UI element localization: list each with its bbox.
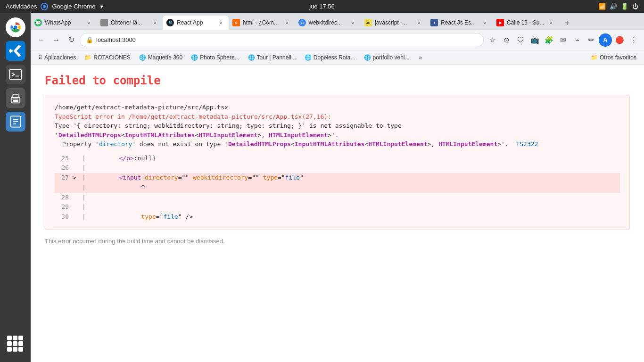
code-line-25: 25 | </p>:null} [55,154,620,164]
battery-icon: 🔋 [621,3,628,10]
tab-html-close[interactable]: × [283,19,291,26]
tab-javascript-close[interactable]: × [415,19,423,26]
bookmark-tour[interactable]: 🌐 Tour | Pannell... [244,53,300,62]
tab-html[interactable]: S html - ¿Cóm... × [229,16,295,30]
tab-bar: 💬 WhatsApp × Obtener la... × ⚛ React App… [31,13,644,30]
tab-webkit-close[interactable]: × [349,19,357,26]
error-ts-error-line: TypeScript error in /home/gett/extract-m… [55,112,620,122]
tab-react[interactable]: ⚛ React App × [163,16,229,30]
tab-obtener-close[interactable]: × [151,19,159,26]
bookmarks-bar: ⠿ Aplicaciones 📁 ROTACIONES 🌐 Maquette 3… [31,50,644,65]
tab-javascript[interactable]: JS javascript -... × [361,16,427,30]
line-num-27: 27 [55,173,69,183]
tab-reactjs-close[interactable]: × [481,19,489,26]
code-line-26: 26 | [55,163,620,173]
code-line-27: 27 > | <input directory="" webkitdirecto… [55,173,620,183]
tab-react-label: React App [177,19,215,26]
maquette-icon: 🌐 [139,54,146,61]
bookmark-photosphere[interactable]: 🌐 Photo Sphere... [187,53,243,62]
address-bar[interactable]: 🔒 localhost:3000 [80,33,484,47]
tab-reactjs[interactable]: f React Js Es... × [427,16,493,30]
line-arrow-25 [73,154,82,164]
extension2-button[interactable]: ⌁ [570,33,584,47]
extension3-button[interactable]: ✏ [585,33,598,47]
nav-bar: ← → ↻ 🔒 localhost:3000 ☆ ⊙ 🛡 📺 🧩 ✉ ⌁ ✏ A… [31,30,644,50]
code-line-28: 28 | [55,193,620,203]
cast-button[interactable]: 📺 [528,33,541,47]
tab-reactjs-favicon: f [430,19,438,26]
activities-label[interactable]: Actividades [6,3,37,10]
bookmark-maquette[interactable]: 🌐 Maquette 360 [135,53,186,62]
code-block: 25 | </p>:null} 26 | 27 > | <i [55,154,620,222]
chrome-icon [41,3,48,10]
svg-rect-7 [9,70,21,80]
maquette-label: Maquette 360 [148,54,182,61]
more-button[interactable]: ⋮ [627,33,640,47]
page-content: Failed to compile /home/gett/extract-met… [31,65,644,362]
tour-icon: 🌐 [248,54,255,61]
nav-actions: ☆ ⊙ 🛡 📺 🧩 ✉ ⌁ ✏ A 🔴 ⋮ [486,33,640,47]
bookmark-portfolio[interactable]: 🌐 portfolio vehi... [360,53,413,62]
code-caret: ^ [90,183,145,193]
tab-whatsapp[interactable]: 💬 WhatsApp × [31,16,97,30]
tab-html-favicon: S [232,19,240,26]
tab-calle-close[interactable]: × [547,19,555,26]
tab-whatsapp-label: WhatsApp [45,19,83,26]
forward-button[interactable]: → [50,33,63,47]
error-title: Failed to compile [45,74,630,87]
svg-point-4 [14,25,17,29]
sidebar-terminal-icon[interactable] [6,65,25,84]
rotaciones-icon: 📁 [84,54,91,61]
notification-button[interactable]: 🔴 [613,33,626,47]
tab-obtener[interactable]: Obtener la... × [97,16,163,30]
app-grid-icon[interactable] [7,336,24,353]
bookmark-rotaciones[interactable]: 📁 ROTACIONES [81,53,134,62]
tab-javascript-label: javascript -... [375,19,413,26]
address-text: localhost:3000 [96,36,478,43]
wifi-icon: 📶 [598,3,606,10]
svg-marker-6 [9,49,13,53]
bookmarks-more-button[interactable]: » [416,53,425,62]
volume-icon: 🔊 [610,3,617,10]
tab-calle[interactable]: ▶ Calle 13 - Su... × [493,16,559,30]
dopeless-label: Dopeless Rota... [314,54,355,61]
os-bar: Actividades Google Chrome ▼ jue 17:56 📶 … [0,0,644,13]
bookmark-aplicaciones[interactable]: ⠿ Aplicaciones [34,53,80,62]
tab-html-label: html - ¿Cóm... [243,19,281,26]
readinglist-button[interactable]: ⊙ [500,33,513,47]
aplicaciones-icon: ⠿ [38,54,42,61]
other-bookmarks-button[interactable]: 📁 Otros favoritos [587,53,640,62]
new-tab-button[interactable]: + [561,16,574,30]
photosphere-icon: 🌐 [191,54,198,61]
gmail-button[interactable]: ✉ [556,33,570,47]
error-box: /home/gett/extract-metadata-picture/src/… [45,95,630,230]
sidebar-chrome-icon[interactable] [6,17,25,37]
portfolio-label: portfolio vehi... [373,54,410,61]
sidebar [0,13,31,362]
profile-button[interactable]: A [599,33,612,47]
tab-whatsapp-close[interactable]: × [85,19,93,26]
os-bar-dropdown[interactable]: ▼ [99,4,104,9]
bookmark-star-button[interactable]: ☆ [486,33,499,47]
photosphere-label: Photo Sphere... [200,54,239,61]
line-num-25: 25 [55,154,69,164]
extension1-button[interactable]: 🧩 [542,33,555,47]
code-line-29: 29 | [55,202,620,212]
aplicaciones-label: Aplicaciones [44,54,76,61]
rotaciones-label: ROTACIONES [93,54,130,61]
sidebar-writer-icon[interactable] [6,112,25,132]
line-num-29: 29 [55,202,69,212]
chrome-window: 💬 WhatsApp × Obtener la... × ⚛ React App… [31,13,644,362]
tab-webkit[interactable]: G webkitdirec... × [295,16,361,30]
tab-react-close[interactable]: × [217,19,225,26]
shield-button[interactable]: 🛡 [514,33,527,47]
bookmark-dopeless[interactable]: 🌐 Dopeless Rota... [301,53,359,62]
sidebar-vscode-icon[interactable] [6,41,25,61]
tab-webkit-favicon: G [298,19,306,26]
sidebar-printer-icon[interactable] [6,88,25,108]
back-button[interactable]: ← [34,33,48,47]
line-num-26: 26 [55,163,69,173]
reload-button[interactable]: ↻ [65,33,78,47]
other-bookmarks-label: Otros favoritos [600,54,636,61]
power-icon: ⏻ [632,3,638,10]
